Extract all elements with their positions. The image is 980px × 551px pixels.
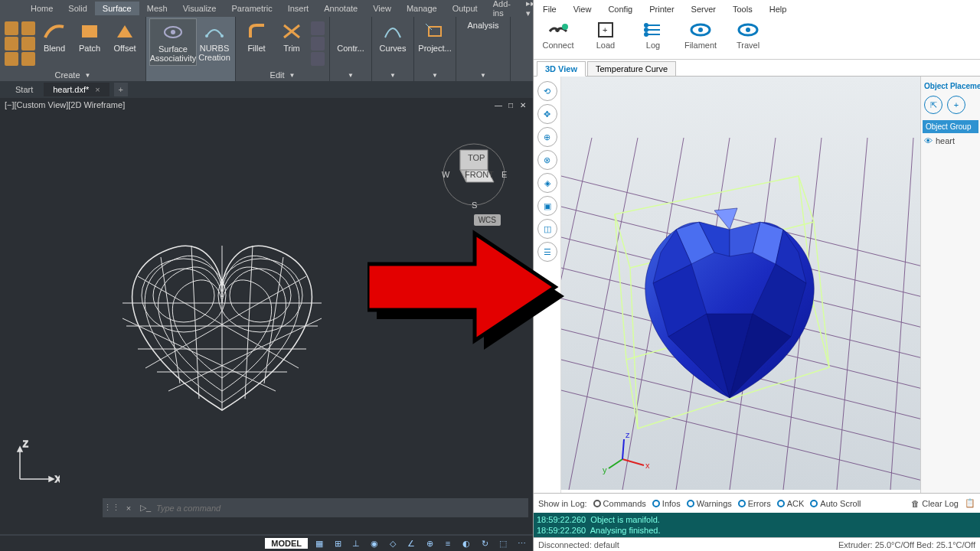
tool-icon[interactable] xyxy=(21,21,35,35)
filter-infos[interactable]: Infos xyxy=(652,499,681,508)
travel-button[interactable]: Travel xyxy=(730,20,766,50)
dropdown-icon[interactable]: ▼ xyxy=(85,72,91,79)
object-group-header[interactable]: Object Group xyxy=(923,120,978,133)
osnap-icon[interactable]: ◇ xyxy=(386,537,400,549)
tool-icon[interactable] xyxy=(21,37,35,51)
menu-tools[interactable]: Tools xyxy=(730,3,756,15)
tab-view[interactable]: View xyxy=(365,2,399,15)
rotate-icon[interactable]: ⟲ xyxy=(537,81,557,101)
eye-icon[interactable]: 👁 xyxy=(924,136,933,145)
object-item-heart[interactable]: 👁 heart xyxy=(923,133,978,148)
tab-manage[interactable]: Manage xyxy=(399,2,445,15)
viewcube[interactable]: W E S TOP FRONT xyxy=(439,142,508,211)
dropdown-icon[interactable]: ▼ xyxy=(480,72,486,79)
cycle-icon[interactable]: ↻ xyxy=(478,537,492,549)
clear-log-button[interactable]: 🗑 Clear Log xyxy=(911,499,959,508)
wcs-badge[interactable]: WCS xyxy=(474,214,501,226)
analysis-button[interactable]: Analysis xyxy=(459,18,507,32)
curves-button[interactable]: Curves xyxy=(375,18,410,55)
tool-icon[interactable] xyxy=(311,37,325,51)
top-icon[interactable]: ▣ xyxy=(537,196,557,216)
close-icon[interactable]: × xyxy=(122,502,135,514)
tab-tempcurve[interactable]: Temperature Curve xyxy=(587,61,676,76)
handle-icon[interactable]: ⋮⋮ xyxy=(106,502,118,514)
tab-home[interactable]: Home xyxy=(23,2,60,15)
add-icon[interactable]: + xyxy=(947,96,965,114)
filter-commands[interactable]: Commands xyxy=(593,499,646,508)
project-button[interactable]: Project... xyxy=(417,18,452,55)
blend-button[interactable]: Blend xyxy=(37,18,72,55)
dropdown-icon[interactable]: ▼ xyxy=(390,72,396,79)
doc-tab-start[interactable]: Start xyxy=(6,83,42,96)
export-icon[interactable]: ⇱ xyxy=(924,96,942,114)
cad-viewport[interactable]: W E S TOP FRONT WCS XZ ⋮⋮ × xyxy=(0,112,533,534)
fit-icon[interactable]: ⊗ xyxy=(537,150,557,170)
tool-icon[interactable] xyxy=(311,21,325,35)
tab-output[interactable]: Output xyxy=(445,2,485,15)
status-model[interactable]: MODEL xyxy=(265,538,308,549)
nurbs-button[interactable]: NURBS Creation xyxy=(197,18,232,64)
menu-server[interactable]: Server xyxy=(688,3,719,15)
view-label[interactable]: [−][Custom View][2D Wireframe] xyxy=(5,100,125,109)
parallel-icon[interactable]: ☰ xyxy=(537,242,557,262)
menu-view[interactable]: View xyxy=(570,3,595,15)
ctrl-button[interactable]: Contr... xyxy=(333,18,368,55)
add-tab-button[interactable]: + xyxy=(114,83,128,96)
track-icon[interactable]: ∠ xyxy=(404,537,418,549)
tool-icon[interactable] xyxy=(5,52,18,66)
filter-ack[interactable]: ACK xyxy=(777,499,805,508)
tab-parametric[interactable]: Parametric xyxy=(224,2,279,15)
tab-insert[interactable]: Insert xyxy=(280,2,317,15)
snap-icon[interactable]: ⊞ xyxy=(331,537,345,549)
tab-annotate[interactable]: Annotate xyxy=(316,2,365,15)
zoom-icon[interactable]: ⊕ xyxy=(537,127,557,147)
close-icon[interactable]: × xyxy=(95,85,100,94)
tool-icon[interactable] xyxy=(21,52,35,66)
menu-file[interactable]: File xyxy=(540,3,560,15)
copy-log-button[interactable]: 📋 xyxy=(965,498,975,508)
log-button[interactable]: Log xyxy=(635,20,671,50)
doc-tab-heart[interactable]: heart.dxf*× xyxy=(44,83,109,96)
tab-visualize[interactable]: Visualize xyxy=(175,2,224,15)
tool-icon[interactable] xyxy=(311,52,325,66)
load-button[interactable]: +Load xyxy=(587,20,624,50)
menu-config[interactable]: Config xyxy=(605,3,635,15)
transp-icon[interactable]: ◐ xyxy=(459,537,473,549)
more-icon[interactable]: ⋯ xyxy=(514,537,528,549)
command-input[interactable] xyxy=(156,504,525,513)
move-icon[interactable]: ✥ xyxy=(537,104,557,124)
dyn-icon[interactable]: ⊕ xyxy=(423,537,436,549)
lwt-icon[interactable]: ≡ xyxy=(441,537,455,549)
iso-icon[interactable]: ◈ xyxy=(537,173,557,193)
menu-help[interactable]: Help xyxy=(766,3,790,15)
filament-button[interactable]: Filament xyxy=(682,20,719,50)
filter-errors[interactable]: Errors xyxy=(738,499,771,508)
dropdown-icon[interactable]: ▼ xyxy=(289,72,296,79)
tool-icon[interactable] xyxy=(5,37,18,51)
tab-solid[interactable]: Solid xyxy=(60,2,94,15)
3d-icon[interactable]: ⬚ xyxy=(496,537,510,549)
filter-warnings[interactable]: Warnings xyxy=(687,499,732,508)
connect-button[interactable]: Connect xyxy=(540,20,577,50)
filter-autoscroll[interactable]: Auto Scroll xyxy=(810,499,861,508)
menu-printer[interactable]: Printer xyxy=(646,3,677,15)
ortho-icon[interactable]: ⊥ xyxy=(349,537,363,549)
trim-button[interactable]: Trim xyxy=(274,18,309,55)
minimize-icon[interactable]: — xyxy=(493,99,504,110)
fillet-button[interactable]: Fillet xyxy=(239,18,274,55)
polar-icon[interactable]: ◉ xyxy=(368,537,381,549)
tool-icon[interactable] xyxy=(5,21,18,35)
close-icon[interactable]: ✕ xyxy=(518,99,528,110)
dropdown-icon[interactable]: ▼ xyxy=(432,72,438,79)
slicer-3d-viewport[interactable]: x y z xyxy=(561,77,920,493)
front-icon[interactable]: ◫ xyxy=(537,219,557,239)
tab-mesh[interactable]: Mesh xyxy=(139,2,175,15)
grid-icon[interactable]: ▦ xyxy=(312,537,326,549)
maximize-icon[interactable]: □ xyxy=(505,99,516,110)
offset-button[interactable]: Offset xyxy=(107,18,142,55)
tab-surface[interactable]: Surface xyxy=(95,2,139,15)
surface-assoc-button[interactable]: Surface Associativity xyxy=(149,18,197,66)
patch-button[interactable]: Patch xyxy=(72,18,107,55)
dropdown-icon[interactable]: ▼ xyxy=(348,72,354,79)
tab-3dview[interactable]: 3D View xyxy=(537,61,586,77)
